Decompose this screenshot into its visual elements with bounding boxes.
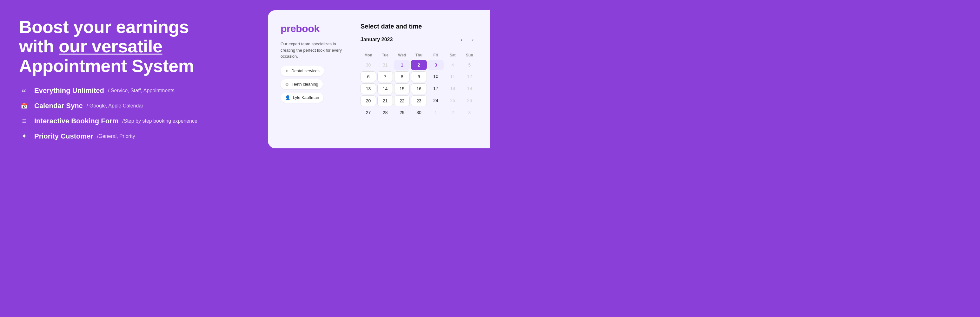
calendar-day: 3 [462,108,477,117]
prebook-logo: prebook [280,23,350,35]
calendar-day: 25 [445,95,460,106]
calendar-day[interactable]: 13 [361,83,376,94]
tag-label: Dental services [291,68,320,73]
tag-icon: 👤 [285,95,290,100]
tag-label: Teeth cleaning [292,82,318,87]
calendar-day: 26 [462,95,477,106]
calendar-day[interactable]: 30 [411,108,426,117]
booking-tag[interactable]: ✦Dental services [280,66,324,76]
calendar-day: 2 [445,108,460,117]
calendar-day-header: Fri [428,52,444,59]
nav-arrows: ‹ › [457,35,477,44]
prev-month-button[interactable]: ‹ [457,35,466,44]
calendar-day[interactable]: 21 [377,95,393,106]
calendar-day[interactable]: 16 [411,83,426,94]
feature-text-priority-customer: Priority Customer /General, Priority [34,132,135,140]
calendar-day: 11 [445,71,460,82]
calendar-day[interactable]: 9 [411,71,426,82]
left-section: Boost your earnings with our versatile A… [0,0,268,158]
feature-item-priority-customer: ✦ Priority Customer /General, Priority [19,131,249,141]
calendar-nav: January 2023 ‹ › [361,35,477,44]
calendar-day[interactable]: 23 [411,95,426,106]
booking-tag[interactable]: 👤Lyle Kauffman [280,93,323,103]
booking-description: Our expert team specializes in creating … [280,41,350,60]
next-month-button[interactable]: › [468,35,477,44]
calendar-day[interactable]: 14 [377,83,393,94]
feature-sub-interactive-booking: /Step by step booking experience [122,118,197,124]
calendar-day: 18 [445,83,460,94]
tag-label: Lyle Kauffman [293,95,319,100]
calendar-day-header: Sat [445,52,460,59]
booking-tags: ✦Dental services⚙Teeth cleaning👤Lyle Kau… [280,66,350,103]
interactive-booking-icon: ≡ [19,116,29,126]
calendar-sync-icon: 📅 [19,101,29,111]
feature-item-everything-unlimited: ∞ Everything Unlimited / Service, Staff,… [19,86,249,96]
feature-sub-everything-unlimited: / Service, Staff, Appointments [108,88,175,94]
calendar-day-header: Mon [361,52,376,59]
feature-text-calendar-sync: Calendar Sync / Google, Apple Calendar [34,102,143,110]
calendar-grid: MonTueWedThuFriSatSun3031123456789101112… [361,52,477,117]
calendar-section: Select date and time January 2023 ‹ › Mo… [361,23,477,136]
calendar-day: 31 [377,60,393,70]
feature-name-everything-unlimited: Everything Unlimited [34,87,104,95]
feature-text-everything-unlimited: Everything Unlimited / Service, Staff, A… [34,87,175,95]
calendar-day[interactable]: 29 [394,108,410,117]
calendar-day[interactable]: 1 [394,60,410,70]
calendar-day[interactable]: 10 [428,71,444,82]
feature-item-interactive-booking: ≡ Interactive Booking Form /Step by step… [19,116,249,126]
priority-customer-icon: ✦ [19,131,29,141]
booking-panel: prebook Our expert team specializes in c… [280,23,350,136]
calendar-day[interactable]: 3 [428,60,444,70]
hero-title: Boost your earnings with our versatile A… [19,17,249,76]
tag-icon: ✦ [285,68,289,73]
calendar-day: 1 [428,108,444,117]
booking-tag[interactable]: ⚙Teeth cleaning [280,79,323,89]
calendar-day: 12 [462,71,477,82]
feature-sub-priority-customer: /General, Priority [97,133,135,139]
feature-sub-calendar-sync: / Google, Apple Calendar [87,103,143,109]
calendar-day[interactable]: 8 [394,71,410,82]
calendar-day[interactable]: 20 [361,95,376,106]
feature-name-priority-customer: Priority Customer [34,132,93,140]
calendar-day[interactable]: 15 [394,83,410,94]
calendar-day-header: Sun [462,52,477,59]
calendar-day[interactable]: 27 [361,108,376,117]
features-list: ∞ Everything Unlimited / Service, Staff,… [19,86,249,141]
feature-name-interactive-booking: Interactive Booking Form [34,117,118,125]
calendar-day[interactable]: 7 [377,71,393,82]
tag-icon: ⚙ [285,82,289,87]
calendar-day: 30 [361,60,376,70]
calendar-title: Select date and time [361,23,477,30]
everything-unlimited-icon: ∞ [19,86,29,96]
calendar-day[interactable]: 6 [361,71,376,82]
calendar-day-header: Tue [377,52,393,59]
calendar-day: 4 [445,60,460,70]
calendar-day: 5 [462,60,477,70]
calendar-month: January 2023 [361,37,393,43]
feature-name-calendar-sync: Calendar Sync [34,102,83,110]
feature-item-calendar-sync: 📅 Calendar Sync / Google, Apple Calendar [19,101,249,111]
calendar-day-header: Wed [394,52,410,59]
calendar-day[interactable]: 24 [428,95,444,106]
right-section: prebook Our expert team specializes in c… [268,10,490,148]
calendar-day-header: Thu [411,52,426,59]
calendar-day[interactable]: 22 [394,95,410,106]
calendar-day: 19 [462,83,477,94]
calendar-day[interactable]: 28 [377,108,393,117]
feature-text-interactive-booking: Interactive Booking Form /Step by step b… [34,117,197,125]
calendar-day[interactable]: 2 [411,60,426,70]
calendar-day[interactable]: 17 [428,83,444,94]
